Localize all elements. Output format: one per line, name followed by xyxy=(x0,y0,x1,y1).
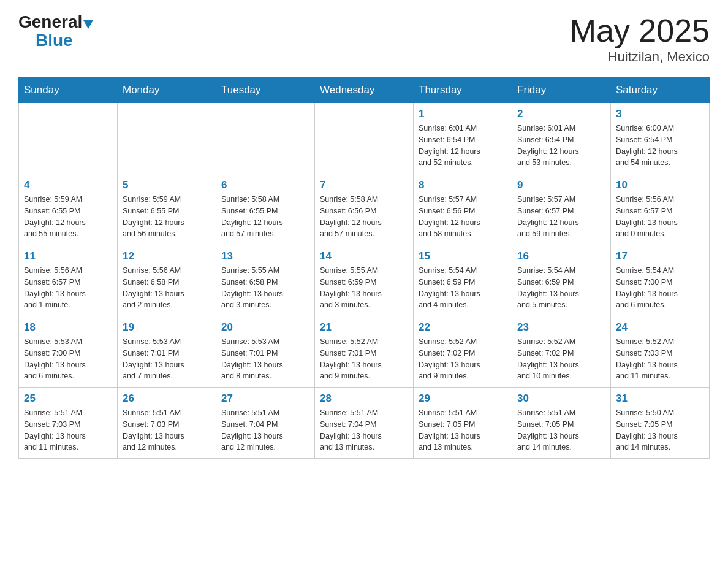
day-info: Sunrise: 5:56 AMSunset: 6:57 PMDaylight:… xyxy=(616,194,704,240)
calendar-header-row: Sunday Monday Tuesday Wednesday Thursday… xyxy=(19,78,710,103)
table-row: 2Sunrise: 6:01 AMSunset: 6:54 PMDaylight… xyxy=(512,103,611,174)
month-title: May 2025 xyxy=(570,12,710,49)
table-row: 10Sunrise: 5:56 AMSunset: 6:57 PMDayligh… xyxy=(611,174,710,245)
day-number: 15 xyxy=(419,250,507,262)
day-info: Sunrise: 5:53 AMSunset: 7:01 PMDaylight:… xyxy=(221,336,309,382)
logo: General Blue xyxy=(18,12,93,50)
day-info: Sunrise: 5:51 AMSunset: 7:03 PMDaylight:… xyxy=(123,407,211,453)
logo-arrow-icon xyxy=(83,20,93,29)
day-info: Sunrise: 5:52 AMSunset: 7:02 PMDaylight:… xyxy=(419,336,507,382)
day-number: 12 xyxy=(123,250,211,262)
day-info: Sunrise: 5:52 AMSunset: 7:02 PMDaylight:… xyxy=(517,336,605,382)
day-info: Sunrise: 5:57 AMSunset: 6:56 PMDaylight:… xyxy=(419,194,507,240)
day-number: 5 xyxy=(123,179,211,191)
calendar-week-row: 11Sunrise: 5:56 AMSunset: 6:57 PMDayligh… xyxy=(19,245,710,316)
table-row: 19Sunrise: 5:53 AMSunset: 7:01 PMDayligh… xyxy=(118,316,216,388)
table-row: 30Sunrise: 5:51 AMSunset: 7:05 PMDayligh… xyxy=(512,388,611,459)
table-row: 16Sunrise: 5:54 AMSunset: 6:59 PMDayligh… xyxy=(512,245,611,316)
day-number: 21 xyxy=(320,321,408,334)
table-row: 11Sunrise: 5:56 AMSunset: 6:57 PMDayligh… xyxy=(19,245,118,316)
day-number: 23 xyxy=(517,321,605,334)
day-info: Sunrise: 5:59 AMSunset: 6:55 PMDaylight:… xyxy=(24,194,112,240)
day-number: 19 xyxy=(123,321,211,334)
table-row: 21Sunrise: 5:52 AMSunset: 7:01 PMDayligh… xyxy=(315,316,414,388)
table-row: 18Sunrise: 5:53 AMSunset: 7:00 PMDayligh… xyxy=(19,316,118,388)
day-number: 27 xyxy=(221,393,309,405)
table-row: 6Sunrise: 5:58 AMSunset: 6:55 PMDaylight… xyxy=(216,174,315,245)
day-info: Sunrise: 5:51 AMSunset: 7:04 PMDaylight:… xyxy=(221,407,309,453)
logo-general-text: General xyxy=(18,12,82,32)
calendar-week-row: 18Sunrise: 5:53 AMSunset: 7:00 PMDayligh… xyxy=(19,316,710,388)
table-row: 15Sunrise: 5:54 AMSunset: 6:59 PMDayligh… xyxy=(414,245,512,316)
day-info: Sunrise: 5:54 AMSunset: 6:59 PMDaylight:… xyxy=(419,265,507,311)
table-row xyxy=(118,103,216,174)
day-number: 18 xyxy=(24,321,112,334)
table-row: 26Sunrise: 5:51 AMSunset: 7:03 PMDayligh… xyxy=(118,388,216,459)
table-row: 8Sunrise: 5:57 AMSunset: 6:56 PMDaylight… xyxy=(414,174,512,245)
day-info: Sunrise: 5:59 AMSunset: 6:55 PMDaylight:… xyxy=(123,194,211,240)
col-thursday: Thursday xyxy=(414,78,512,103)
table-row: 12Sunrise: 5:56 AMSunset: 6:58 PMDayligh… xyxy=(118,245,216,316)
day-info: Sunrise: 5:53 AMSunset: 7:01 PMDaylight:… xyxy=(123,336,211,382)
day-info: Sunrise: 5:58 AMSunset: 6:56 PMDaylight:… xyxy=(320,194,408,240)
day-number: 13 xyxy=(221,250,309,262)
day-number: 10 xyxy=(616,179,704,191)
day-info: Sunrise: 5:52 AMSunset: 7:01 PMDaylight:… xyxy=(320,336,408,382)
table-row xyxy=(315,103,414,174)
day-info: Sunrise: 5:58 AMSunset: 6:55 PMDaylight:… xyxy=(221,194,309,240)
day-info: Sunrise: 5:56 AMSunset: 6:58 PMDaylight:… xyxy=(123,265,211,311)
day-number: 14 xyxy=(320,250,408,262)
logo-blue-text: Blue xyxy=(36,31,73,50)
day-number: 25 xyxy=(24,393,112,405)
calendar-week-row: 4Sunrise: 5:59 AMSunset: 6:55 PMDaylight… xyxy=(19,174,710,245)
table-row: 28Sunrise: 5:51 AMSunset: 7:04 PMDayligh… xyxy=(315,388,414,459)
day-info: Sunrise: 5:57 AMSunset: 6:57 PMDaylight:… xyxy=(517,194,605,240)
day-number: 7 xyxy=(320,179,408,191)
calendar-week-row: 25Sunrise: 5:51 AMSunset: 7:03 PMDayligh… xyxy=(19,388,710,459)
table-row: 25Sunrise: 5:51 AMSunset: 7:03 PMDayligh… xyxy=(19,388,118,459)
day-number: 9 xyxy=(517,179,605,191)
day-info: Sunrise: 5:51 AMSunset: 7:04 PMDaylight:… xyxy=(320,407,408,453)
day-info: Sunrise: 5:52 AMSunset: 7:03 PMDaylight:… xyxy=(616,336,704,382)
day-number: 22 xyxy=(419,321,507,334)
day-number: 11 xyxy=(24,250,112,262)
col-sunday: Sunday xyxy=(19,78,118,103)
day-number: 4 xyxy=(24,179,112,191)
day-info: Sunrise: 5:55 AMSunset: 6:58 PMDaylight:… xyxy=(221,265,309,311)
day-info: Sunrise: 5:53 AMSunset: 7:00 PMDaylight:… xyxy=(24,336,112,382)
day-number: 29 xyxy=(419,393,507,405)
col-wednesday: Wednesday xyxy=(315,78,414,103)
location-title: Huitzilan, Mexico xyxy=(570,49,710,65)
day-number: 17 xyxy=(616,250,704,262)
table-row: 31Sunrise: 5:50 AMSunset: 7:05 PMDayligh… xyxy=(611,388,710,459)
table-row: 5Sunrise: 5:59 AMSunset: 6:55 PMDaylight… xyxy=(118,174,216,245)
day-number: 1 xyxy=(419,108,507,120)
col-tuesday: Tuesday xyxy=(216,78,315,103)
table-row: 13Sunrise: 5:55 AMSunset: 6:58 PMDayligh… xyxy=(216,245,315,316)
day-info: Sunrise: 5:50 AMSunset: 7:05 PMDaylight:… xyxy=(616,407,704,453)
day-info: Sunrise: 6:01 AMSunset: 6:54 PMDaylight:… xyxy=(419,123,507,169)
day-number: 28 xyxy=(320,393,408,405)
day-info: Sunrise: 5:55 AMSunset: 6:59 PMDaylight:… xyxy=(320,265,408,311)
table-row: 22Sunrise: 5:52 AMSunset: 7:02 PMDayligh… xyxy=(414,316,512,388)
table-row xyxy=(19,103,118,174)
calendar-table: Sunday Monday Tuesday Wednesday Thursday… xyxy=(18,77,710,459)
table-row: 7Sunrise: 5:58 AMSunset: 6:56 PMDaylight… xyxy=(315,174,414,245)
day-number: 2 xyxy=(517,108,605,120)
day-info: Sunrise: 6:01 AMSunset: 6:54 PMDaylight:… xyxy=(517,123,605,169)
day-info: Sunrise: 5:54 AMSunset: 7:00 PMDaylight:… xyxy=(616,265,704,311)
table-row: 17Sunrise: 5:54 AMSunset: 7:00 PMDayligh… xyxy=(611,245,710,316)
day-number: 26 xyxy=(123,393,211,405)
table-row: 24Sunrise: 5:52 AMSunset: 7:03 PMDayligh… xyxy=(611,316,710,388)
table-row: 9Sunrise: 5:57 AMSunset: 6:57 PMDaylight… xyxy=(512,174,611,245)
table-row: 20Sunrise: 5:53 AMSunset: 7:01 PMDayligh… xyxy=(216,316,315,388)
table-row: 3Sunrise: 6:00 AMSunset: 6:54 PMDaylight… xyxy=(611,103,710,174)
table-row: 1Sunrise: 6:01 AMSunset: 6:54 PMDaylight… xyxy=(414,103,512,174)
day-info: Sunrise: 5:54 AMSunset: 6:59 PMDaylight:… xyxy=(517,265,605,311)
table-row: 23Sunrise: 5:52 AMSunset: 7:02 PMDayligh… xyxy=(512,316,611,388)
day-info: Sunrise: 5:56 AMSunset: 6:57 PMDaylight:… xyxy=(24,265,112,311)
col-friday: Friday xyxy=(512,78,611,103)
table-row: 29Sunrise: 5:51 AMSunset: 7:05 PMDayligh… xyxy=(414,388,512,459)
title-area: May 2025 Huitzilan, Mexico xyxy=(570,12,710,65)
day-number: 20 xyxy=(221,321,309,334)
